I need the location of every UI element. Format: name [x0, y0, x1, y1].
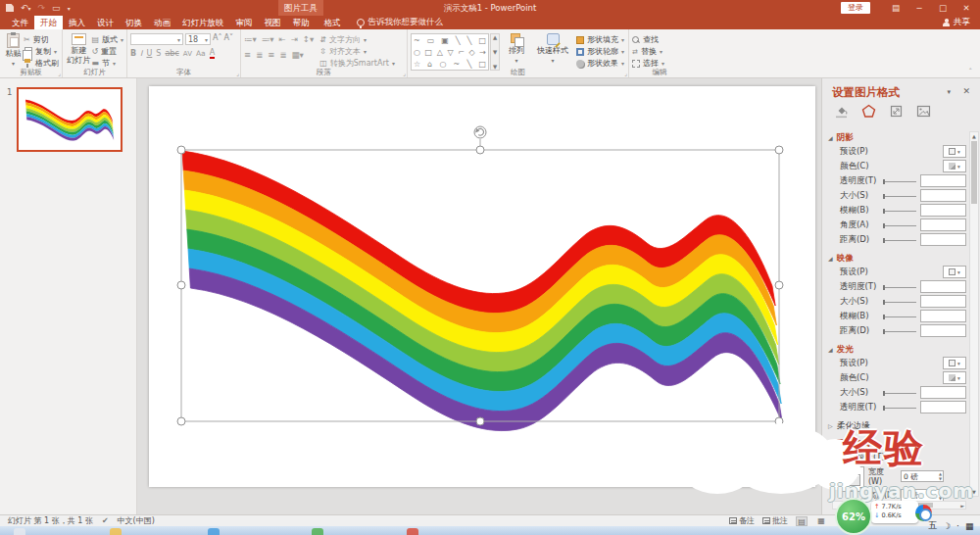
tell-me-search[interactable]: 告诉我你想要做什么	[357, 16, 444, 29]
text-direction-button[interactable]: ⇵文字方向▾	[319, 34, 395, 45]
shape-fill-button[interactable]: 形状填充▾	[576, 34, 624, 45]
align-right-icon[interactable]: ≡	[268, 50, 274, 60]
tray-icon[interactable]: ·	[956, 521, 959, 531]
tab-视图[interactable]: 视图	[259, 16, 287, 29]
taskbar-app-icon[interactable]	[110, 528, 122, 535]
quick-styles-button[interactable]: 快速样式▾	[533, 31, 572, 71]
slide[interactable]	[149, 86, 815, 487]
align-text-button[interactable]: ⇳对齐文本▾	[319, 46, 395, 57]
shrink-font-icon[interactable]: A˅	[223, 33, 232, 45]
tab-幻灯片放映[interactable]: 幻灯片放映	[176, 16, 230, 29]
share-button[interactable]: 共享	[943, 16, 980, 29]
taskbar[interactable]	[0, 526, 980, 535]
columns-icon[interactable]: ▦▾	[292, 50, 304, 60]
maximize-icon[interactable]: □	[931, 0, 955, 16]
panel-vertical-scrollbar[interactable]: ▲▼	[969, 131, 979, 497]
shape-icon[interactable]: ~	[414, 35, 420, 46]
slider-track[interactable]	[883, 408, 916, 409]
slider-track[interactable]	[883, 287, 916, 288]
ribbon-display-options-icon[interactable]: ▤	[884, 0, 907, 16]
value-input[interactable]	[920, 189, 966, 202]
shape-icon[interactable]: ▣	[441, 35, 449, 46]
browser-tray-icon[interactable]	[915, 505, 932, 521]
decrease-indent-icon[interactable]: ⇤	[279, 34, 286, 44]
normal-view-icon[interactable]: ▤	[796, 516, 808, 526]
tab-插入[interactable]: 插入	[63, 16, 91, 29]
save-icon[interactable]	[6, 4, 14, 12]
slide-sorter-view-icon[interactable]: ▦	[815, 516, 827, 526]
tab-设计[interactable]: 设计	[91, 16, 120, 29]
comments-button[interactable]: 批注	[762, 515, 788, 526]
slider-track[interactable]	[883, 331, 916, 332]
reset-button[interactable]: ↺重置	[91, 46, 123, 57]
redo-icon[interactable]: ↷	[38, 3, 46, 13]
tab-文件[interactable]: 文件	[6, 16, 34, 29]
align-center-icon[interactable]: ≣	[256, 50, 263, 60]
proofing-icon[interactable]: ✔	[102, 516, 109, 525]
rainbow-image[interactable]	[182, 151, 782, 431]
line-spacing-icon[interactable]: ↕▾	[303, 34, 314, 44]
undo-icon[interactable]: ↶▾	[21, 3, 31, 13]
value-input[interactable]	[920, 219, 966, 231]
font-color-button[interactable]: A	[210, 48, 215, 59]
signin-button[interactable]: 登录	[841, 2, 870, 14]
value-input[interactable]	[920, 233, 966, 246]
value-input[interactable]	[920, 295, 966, 308]
numbering-icon[interactable]: ≕▾	[262, 34, 274, 44]
shape-icon[interactable]: ╲	[467, 35, 472, 46]
slider-track[interactable]	[883, 302, 916, 303]
slider-track[interactable]	[883, 316, 916, 317]
shadow-button[interactable]: S	[156, 49, 161, 58]
find-button[interactable]: 查找	[632, 34, 687, 45]
tray-icon[interactable]: ☽	[943, 521, 951, 531]
speed-ball-overlay[interactable]: 62%	[835, 498, 872, 535]
align-left-icon[interactable]: ≡	[244, 50, 251, 60]
value-input[interactable]	[920, 310, 966, 322]
slideshow-icon[interactable]: ▭	[52, 3, 61, 13]
value-input[interactable]	[920, 324, 966, 337]
section-header[interactable]: ◢发光	[822, 342, 980, 357]
tab-切换[interactable]: 切换	[120, 16, 148, 29]
resize-handle-n[interactable]	[476, 146, 484, 154]
shape-icon[interactable]: □	[425, 47, 433, 58]
paste-button[interactable]: 粘贴 ▾	[3, 31, 24, 68]
new-slide-button[interactable]: 新建 幻灯片	[66, 31, 91, 68]
language-indicator[interactable]: 中文(中国)	[118, 515, 155, 526]
resize-handle-ne[interactable]	[775, 146, 783, 154]
shape-icon[interactable]: □	[478, 35, 486, 46]
tab-开始[interactable]: 开始	[34, 16, 63, 29]
slide-thumbnail[interactable]	[17, 87, 122, 152]
value-input[interactable]	[920, 174, 966, 187]
italic-button[interactable]: I	[140, 49, 142, 58]
value-input[interactable]	[920, 401, 966, 413]
customize-qat-icon[interactable]: ▾	[68, 5, 71, 12]
slider-track[interactable]	[883, 393, 916, 394]
tab-动画[interactable]: 动画	[148, 16, 176, 29]
value-input[interactable]	[920, 204, 966, 217]
panel-close-icon[interactable]: ✕	[962, 86, 970, 96]
tab-审阅[interactable]: 审阅	[230, 16, 259, 29]
shape-icon[interactable]: ⌐	[458, 47, 465, 58]
panel-menu-icon[interactable]: ▾	[947, 88, 951, 96]
increase-indent-icon[interactable]: ⇥	[291, 34, 298, 44]
taskbar-app-icon[interactable]	[312, 528, 323, 535]
arrange-button[interactable]: 排列▾	[500, 31, 533, 71]
tab-帮助[interactable]: 帮助	[287, 16, 316, 29]
section-header[interactable]: ◢映像	[822, 251, 980, 266]
shape-icon[interactable]: ╲	[456, 35, 461, 46]
bullets-icon[interactable]: ≔▾	[244, 34, 257, 44]
resize-handle-sw[interactable]	[177, 417, 185, 425]
shape-icon[interactable]: ◇	[469, 47, 475, 58]
char-spacing-button[interactable]: AV	[183, 50, 192, 58]
size-properties-icon[interactable]	[889, 104, 904, 119]
color-picker-button[interactable]: ▾	[943, 371, 966, 384]
preset-picker-button[interactable]: ▾	[943, 266, 966, 278]
tab-format[interactable]: 格式	[318, 16, 347, 29]
effects-icon[interactable]	[861, 104, 876, 119]
minimize-icon[interactable]: ─	[907, 0, 931, 16]
slider-track[interactable]	[883, 211, 916, 212]
font-name-combo[interactable]: ▾	[130, 33, 183, 45]
shape-icon[interactable]: ○	[414, 47, 420, 58]
shape-icon[interactable]: ▽	[447, 47, 453, 58]
slider-track[interactable]	[883, 225, 916, 226]
